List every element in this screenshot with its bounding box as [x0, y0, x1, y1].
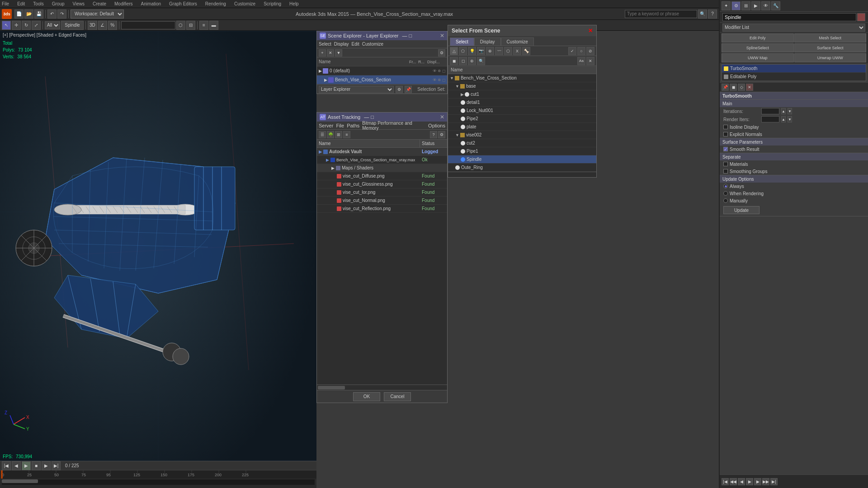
sfs-helpers-btn[interactable]: ⊕ [486, 47, 494, 55]
rp-update-btn[interactable]: Update [723, 206, 760, 214]
at-menu-options[interactable]: Options [428, 123, 445, 128]
go-start-btn[interactable]: |◀ [2, 461, 11, 470]
selection-filter-dropdown[interactable]: All [45, 21, 60, 29]
sfs-tree-row-pipe1[interactable]: Pipe1 [448, 147, 596, 155]
menu-help[interactable]: Help [289, 1, 299, 6]
scene-explorer-close[interactable]: ✕ [440, 33, 444, 39]
go-end-btn[interactable]: ▶| [52, 461, 61, 470]
at-row-diffuse[interactable]: vise_cut_Diffuse.png Found [317, 172, 447, 180]
sfs-scrollbar[interactable] [448, 172, 596, 177]
menu-modifiers[interactable]: Modifiers [114, 1, 133, 6]
sfs-geometry-btn[interactable]: △ [450, 47, 458, 55]
layer-dropdown-pin[interactable]: 📌 [405, 86, 412, 93]
sfs-tree-row-locknut[interactable]: Lock_Nut001 [448, 107, 596, 115]
sfs-tree-row-cut2[interactable]: cut2 [448, 139, 596, 147]
scene-explorer-titlebar[interactable]: SE Scene Explorer - Layer Explorer — □ ✕ [317, 31, 447, 40]
rp-bottom-btn4[interactable]: ▶ [754, 478, 761, 485]
sfs-tree-row-pipe2[interactable]: Pipe2 [448, 115, 596, 123]
at-row-lor[interactable]: vise_cut_lor.png Found [317, 188, 447, 197]
at-restore-btn[interactable]: □ [371, 114, 374, 120]
search-input[interactable] [625, 10, 697, 18]
rp-render-iters-input[interactable]: 2 [761, 116, 779, 122]
rp-bottom-play[interactable]: ▶ [746, 478, 753, 485]
sfs-tree-row-vise002[interactable]: ▼ vise002 [448, 131, 596, 139]
new-btn[interactable]: 📄 [14, 9, 24, 19]
stop-btn[interactable]: ■ [32, 461, 41, 470]
rp-color-swatch[interactable] [857, 13, 865, 21]
percent-snap-btn[interactable]: % [108, 21, 117, 30]
undo-btn[interactable]: ↶ [47, 9, 57, 19]
at-scrollbar-h[interactable] [317, 385, 447, 390]
se-menu-edit[interactable]: Edit [352, 42, 359, 47]
sfs-tree-row-base[interactable]: ▼ base [448, 82, 596, 90]
se-menu-display[interactable]: Display [334, 42, 349, 47]
rp-render-iters-up[interactable]: ▲ [781, 116, 786, 122]
snap-3d-btn[interactable]: 3D [88, 21, 97, 30]
rp-modifier-list-select[interactable]: Modifier List [722, 23, 865, 32]
timeline-scrollbar[interactable] [2, 479, 315, 485]
sfs-groups-btn[interactable]: ⬡ [504, 47, 512, 55]
at-help-btn[interactable]: ? [430, 131, 437, 138]
layer-explorer-select[interactable]: Layer Explorer [319, 86, 394, 93]
rp-iterations-down[interactable]: ▼ [788, 108, 792, 114]
rp-separate-header[interactable]: Separate [720, 153, 868, 160]
at-menu-bitmap[interactable]: Bitmap Performance and Memory [362, 121, 425, 131]
sfs-close-icon-btn[interactable]: ✕ [586, 57, 594, 65]
sfs-tab-display[interactable]: Display [474, 38, 501, 46]
rp-object-name-input[interactable]: Spindle [722, 13, 856, 21]
rp-make-unique-btn[interactable]: ◇ [738, 84, 745, 91]
search-btn[interactable]: 🔍 [698, 9, 707, 19]
at-detail-btn[interactable]: ≡ [343, 131, 350, 138]
rp-edit-poly-btn[interactable]: Edit Poly [722, 33, 794, 42]
rp-iterations-up[interactable]: ▲ [781, 108, 786, 114]
prev-frame-btn[interactable]: ◀ [12, 461, 21, 470]
at-tree-btn[interactable]: 🌳 [327, 131, 334, 138]
sfs-find-btn[interactable]: 🔍 [477, 57, 485, 65]
rp-spline-select-btn[interactable]: SplineSelect [722, 43, 794, 52]
sfs-bones-btn[interactable]: 🦴 [522, 47, 530, 55]
sfs-invert-btn[interactable]: ⊘ [586, 47, 594, 55]
rp-isoline-checkbox[interactable] [723, 125, 728, 129]
rp-iterations-input[interactable]: 0 [761, 108, 779, 114]
rp-utilities-btn[interactable]: 🔧 [771, 1, 780, 10]
menu-customize[interactable]: Customize [234, 1, 255, 6]
se-menu-customize[interactable]: Customize [362, 42, 383, 47]
se-settings-btn[interactable]: ⚙ [438, 49, 445, 56]
rp-unwrap-uww-btn[interactable]: Unwrap UWW [794, 53, 867, 62]
sfs-tree-row-ring[interactable]: Oute_Ring [448, 164, 596, 172]
scale-btn[interactable]: ⤢ [32, 21, 41, 30]
scene-explorer-restore[interactable]: □ [409, 33, 412, 38]
menu-group[interactable]: Group [52, 1, 65, 6]
at-row-file[interactable]: ▶ Bench_Vise_Cross_Section_max_vray.max … [317, 156, 447, 164]
rp-surface-select-btn[interactable]: Surface Select [794, 43, 867, 52]
rp-show-result-btn[interactable]: ◼ [730, 84, 737, 91]
workspace-dropdown[interactable]: Workspace: DefaultWorkspace: Default [71, 9, 124, 19]
at-ok-btn[interactable]: OK [353, 392, 380, 401]
sfs-select-all-btn[interactable]: ◼ [450, 57, 458, 65]
sfs-tree-row-cut1[interactable]: ▶ cut1 [448, 90, 596, 99]
menu-edit[interactable]: Edit [17, 1, 25, 6]
rotate-btn[interactable]: ↻ [22, 21, 31, 30]
next-frame-btn[interactable]: ▶ [42, 461, 51, 470]
sfs-lights-btn[interactable]: 💡 [468, 47, 476, 55]
rp-remove-modifier-btn[interactable]: ✕ [746, 84, 753, 91]
at-cancel-btn[interactable]: Cancel [384, 392, 411, 401]
at-row-normal[interactable]: vise_cut_Normal.png Found [317, 197, 447, 205]
menu-create[interactable]: Create [93, 1, 106, 6]
at-grid-btn[interactable]: ⊞ [335, 131, 342, 138]
at-close-btn[interactable]: ✕ [440, 114, 444, 120]
select-mode-btn[interactable]: ↖ [2, 21, 11, 30]
rp-modify-btn[interactable]: ⚙ [731, 1, 741, 10]
align-btn[interactable]: ⊟ [186, 21, 195, 30]
menu-scripting[interactable]: Scripting [264, 1, 281, 6]
rp-smooth-result-checkbox[interactable]: ✓ [723, 147, 728, 151]
sfs-shapes-btn[interactable]: ⬠ [459, 47, 467, 55]
sfs-select-none-btn[interactable]: ◻ [459, 57, 467, 65]
at-menu-paths[interactable]: Paths [347, 123, 359, 128]
layer-row-default[interactable]: ▶ 0 (default) 👁 ❄ ◻ [317, 66, 447, 75]
sfs-all-btn[interactable]: ✓ [568, 47, 576, 55]
menu-tools[interactable]: Tools [33, 1, 43, 6]
sfs-tree-row-plate[interactable]: plate [448, 123, 596, 131]
sfs-tree-row-spindle[interactable]: Spindle [448, 155, 596, 164]
menu-file[interactable]: File [2, 1, 9, 6]
